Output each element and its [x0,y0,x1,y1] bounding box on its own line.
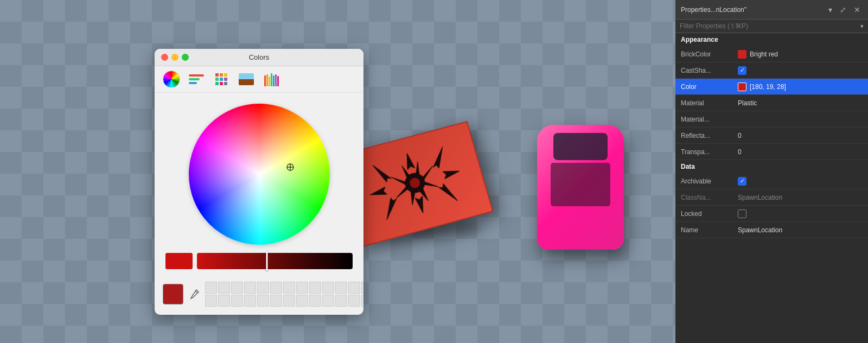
color-wheel-button[interactable] [161,71,182,88]
property-row-classname: ClassNa... SpawnLocation [675,189,868,206]
brickcolor-value: Bright red [738,50,778,59]
pink-car [526,109,635,261]
property-row-reflectance[interactable]: Reflecta... 0 [675,128,868,144]
minimize-button[interactable] [171,54,178,61]
swatch-cell[interactable] [231,282,243,294]
swatch-cell[interactable] [361,295,363,307]
panel-close-button[interactable]: ✕ [852,4,863,15]
castshadow-label: CastSha... [681,67,738,74]
swatch-cell[interactable] [270,295,282,307]
property-row-color[interactable]: Color [180, 19, 28] [675,79,868,95]
color-wheel-main[interactable] [189,104,330,245]
reflectance-value: 0 [738,132,742,139]
swatch-cell[interactable] [335,295,347,307]
swatch-cell[interactable] [257,295,269,307]
car-body [537,125,624,250]
swatch-cell[interactable] [205,282,217,294]
close-button[interactable] [161,54,168,61]
property-row-transparency[interactable]: Transpa... 0 [675,144,868,160]
palette-button[interactable] [211,71,232,88]
crayons-button[interactable] [261,71,282,88]
car-roof [551,163,610,206]
material-label: Material [681,99,738,107]
colors-window-title: Colors [249,53,270,61]
property-row-materialvariant[interactable]: Material... [675,111,868,128]
eyedropper-icon [189,289,200,300]
brickcolor-text: Bright red [750,50,778,58]
swatch-cell[interactable] [218,282,230,294]
swatch-cell[interactable] [257,282,269,294]
swatch-cell[interactable] [348,295,360,307]
swatch-cell[interactable] [296,295,308,307]
swatch-cell[interactable] [283,282,295,294]
swatch-cell[interactable] [322,282,334,294]
panel-titlebar: Properties...nLocation" ▾ ⤢ ✕ [675,0,868,20]
sliders-button[interactable] [186,71,207,88]
archivable-label: Archivable [681,177,738,185]
swatch-cell[interactable] [348,282,360,294]
eyedropper-button[interactable] [189,286,200,302]
swatch-cell[interactable] [283,295,295,307]
swatch-cell[interactable] [335,282,347,294]
color-indicator [738,82,746,91]
panel-chevron-button[interactable]: ▾ [826,4,834,15]
window-buttons [161,54,189,61]
property-row-locked[interactable]: Locked [675,206,868,222]
data-header-text: Data [681,163,695,170]
locked-checkbox[interactable] [738,209,746,218]
sliders-section [155,253,363,279]
appearance-header-text: Appearance [681,36,718,43]
transparency-label: Transpa... [681,148,738,156]
archivable-value: ✓ [738,177,746,186]
palette-grid-icon [215,73,227,85]
property-row-brickcolor[interactable]: BrickColor Bright red [675,46,868,62]
transparency-text: 0 [738,148,742,156]
brightness-slider[interactable] [197,253,353,269]
panel-expand-button[interactable]: ⤢ [838,4,848,15]
classname-value: SpawnLocation [738,194,782,201]
swatch-cell[interactable] [270,282,282,294]
property-row-material[interactable]: Material Plastic [675,95,868,111]
color-wheel-crosshair [286,163,295,172]
swatch-cell[interactable] [244,295,256,307]
property-row-castshadow[interactable]: CastSha... ✓ [675,62,868,79]
swatch-cell[interactable] [218,295,230,307]
castshadow-checkbox[interactable]: ✓ [738,66,746,75]
swatch-cell[interactable] [205,295,217,307]
brightness-slider-thumb[interactable] [266,251,268,271]
panel-title: Properties...nLocation" [681,6,826,14]
archivable-checkbox[interactable]: ✓ [738,177,746,186]
image-palette-icon [239,73,254,85]
maximize-button[interactable] [182,54,189,61]
reflectance-label: Reflecta... [681,132,738,139]
slider-bar-1 [189,74,204,77]
sliders-icon [189,74,204,84]
image-palette-button[interactable] [236,71,257,88]
slider-bar-2 [189,78,200,80]
locked-value [738,209,746,218]
filter-input[interactable] [680,22,860,30]
scene-objects [347,109,646,326]
swatch-cell[interactable] [309,282,321,294]
data-section-header: Data [675,160,868,173]
color-text: [180, 19, 28] [750,83,786,91]
color-wheel-container[interactable] [155,93,363,253]
swatch-cell[interactable] [296,282,308,294]
property-row-name[interactable]: Name SpawnLocation [675,222,868,238]
reflectance-text: 0 [738,132,742,139]
car-windshield [553,133,608,160]
colors-titlebar: Colors [155,49,363,66]
swatch-cell[interactable] [244,282,256,294]
filter-dropdown-arrow[interactable]: ▾ [860,23,864,30]
colors-window: Colors [155,49,363,315]
classname-label: ClassNa... [681,194,738,201]
slider-bar-3 [189,82,197,84]
color-wheel-icon [163,71,180,88]
property-row-archivable[interactable]: Archivable ✓ [675,173,868,189]
color-label: Color [681,83,738,91]
swatch-cell[interactable] [231,295,243,307]
swatch-cell[interactable] [322,295,334,307]
swatch-cell[interactable] [361,282,363,294]
swatch-cell[interactable] [309,295,321,307]
brightness-slider-row [165,253,353,269]
